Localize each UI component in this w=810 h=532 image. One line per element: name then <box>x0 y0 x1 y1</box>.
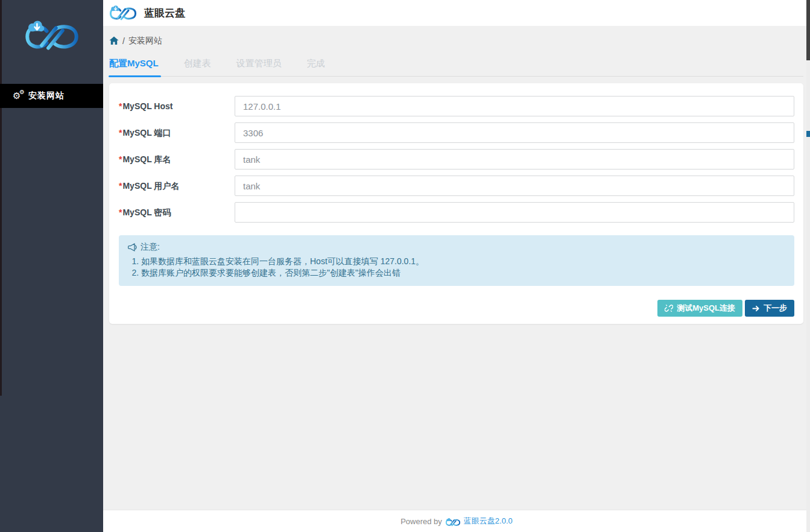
tab-finish[interactable]: 完成 <box>307 52 325 76</box>
mysql-host-input[interactable] <box>235 96 794 116</box>
home-icon[interactable] <box>109 36 119 45</box>
scrollbar-marker <box>806 131 810 137</box>
sidebar-item-label: 安装网站 <box>28 90 65 101</box>
note-title: 注意: <box>128 242 785 253</box>
required-mark: * <box>119 101 122 111</box>
sidebar: ⚙⚙ 安装网站 <box>0 0 103 532</box>
vertical-scrollbar[interactable] <box>806 0 810 532</box>
mysql-database-label: *MySQL 库名 <box>119 149 235 169</box>
scrollbar-thumb[interactable] <box>806 0 810 60</box>
required-mark: * <box>119 207 122 217</box>
app-logo-icon <box>109 4 138 22</box>
mysql-config-card: *MySQL Host *MySQL 端口 *MySQL 库名 *MySQL 用… <box>109 83 803 324</box>
breadcrumb-separator: / <box>122 36 125 46</box>
note-item: 数据库账户的权限要求要能够创建表，否则第二步"创建表"操作会出错 <box>141 267 785 278</box>
unlink-icon <box>665 304 673 312</box>
mysql-username-label: *MySQL 用户名 <box>119 176 235 196</box>
mysql-database-input[interactable] <box>235 149 794 169</box>
mysql-port-label: *MySQL 端口 <box>119 122 235 143</box>
form-row-mysql-username: *MySQL 用户名 <box>119 176 794 196</box>
app-logo-icon <box>23 19 81 53</box>
form-row-mysql-database: *MySQL 库名 <box>119 149 794 169</box>
mysql-port-input[interactable] <box>235 122 794 143</box>
mysql-username-input[interactable] <box>235 176 794 196</box>
top-header: 蓝眼云盘 <box>103 0 810 26</box>
tab-create-tables[interactable]: 创建表 <box>184 52 211 76</box>
sidebar-edge-strip <box>0 0 2 396</box>
test-button-label: 测试MySQL连接 <box>677 303 735 314</box>
next-step-button[interactable]: 下一步 <box>745 300 794 317</box>
breadcrumb-current: 安装网站 <box>128 36 162 46</box>
footer: Powered by 蓝眼云盘2.0.0 <box>103 510 810 532</box>
next-button-label: 下一步 <box>764 303 787 314</box>
app-logo-icon <box>445 518 461 527</box>
brand-version-link[interactable]: 蓝眼云盘2.0.0 <box>464 516 513 527</box>
mysql-password-input[interactable] <box>235 202 794 223</box>
mysql-password-label: *MySQL 密码 <box>119 202 235 223</box>
sidebar-item-install[interactable]: ⚙⚙ 安装网站 <box>0 84 103 108</box>
cloud-download-icon <box>28 21 44 32</box>
note-box: 注意: 如果数据库和蓝眼云盘安装在同一台服务器，Host可以直接填写 127.0… <box>119 235 794 286</box>
app-title: 蓝眼云盘 <box>144 6 185 20</box>
actions-row: 测试MySQL连接 下一步 <box>119 300 794 317</box>
note-list: 如果数据库和蓝眼云盘安装在同一台服务器，Host可以直接填写 127.0.0.1… <box>141 256 785 278</box>
bullhorn-icon <box>128 243 137 252</box>
main-area: 蓝眼云盘 / 安装网站 配置MySQL 创建表 设置管理员 完成 *MySQL … <box>103 0 810 532</box>
powered-by-text: Powered by <box>400 517 442 526</box>
mysql-host-label: *MySQL Host <box>119 96 235 116</box>
content-area: / 安装网站 配置MySQL 创建表 设置管理员 完成 *MySQL Host … <box>103 26 810 510</box>
note-item: 如果数据库和蓝眼云盘安装在同一台服务器，Host可以直接填写 127.0.0.1… <box>141 256 785 267</box>
required-mark: * <box>119 154 122 164</box>
arrow-right-icon <box>752 305 760 312</box>
wizard-tabs: 配置MySQL 创建表 设置管理员 完成 <box>109 52 803 77</box>
required-mark: * <box>119 128 122 138</box>
form-row-mysql-password: *MySQL 密码 <box>119 202 794 223</box>
form-row-mysql-port: *MySQL 端口 <box>119 122 794 143</box>
tab-set-admin[interactable]: 设置管理员 <box>236 52 282 76</box>
gears-icon: ⚙⚙ <box>13 90 26 102</box>
form-row-mysql-host: *MySQL Host <box>119 96 794 116</box>
tab-configure-mysql[interactable]: 配置MySQL <box>109 52 159 76</box>
test-mysql-connection-button[interactable]: 测试MySQL连接 <box>657 300 742 317</box>
required-mark: * <box>119 181 122 191</box>
breadcrumb: / 安装网站 <box>103 26 810 48</box>
